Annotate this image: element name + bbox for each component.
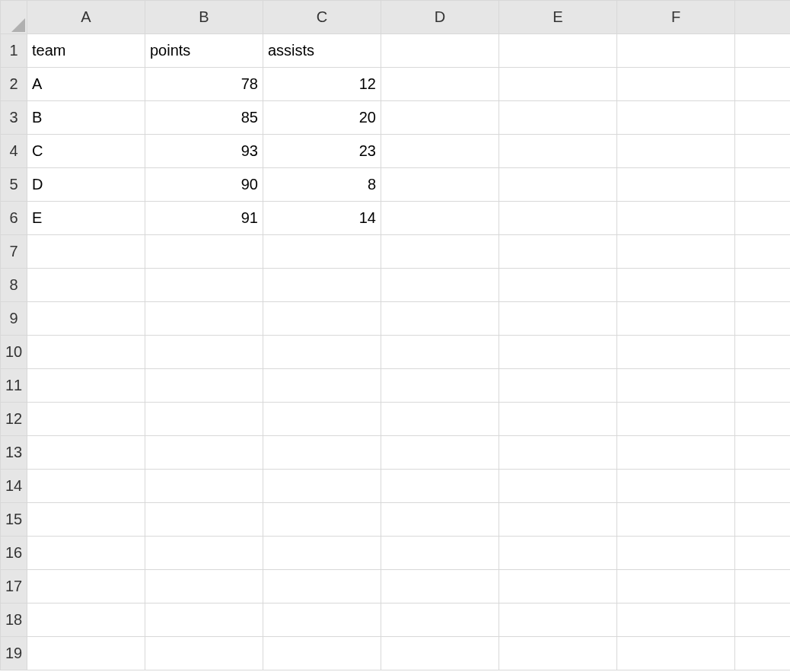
row-header-14[interactable]: 14: [1, 470, 27, 503]
col-header-F[interactable]: F: [617, 1, 735, 34]
cell-F4[interactable]: [617, 135, 735, 168]
cell-B3[interactable]: 85: [145, 101, 263, 135]
cell-G1[interactable]: [735, 34, 791, 68]
cell-E2[interactable]: [499, 68, 617, 101]
cell-E17[interactable]: [499, 570, 617, 604]
cell-D14[interactable]: [381, 470, 499, 503]
cell-F3[interactable]: [617, 101, 735, 135]
cell-C10[interactable]: [263, 336, 381, 369]
cell-C1[interactable]: assists: [263, 34, 381, 68]
row-header-19[interactable]: 19: [1, 637, 27, 670]
row-header-1[interactable]: 1: [1, 34, 27, 68]
cell-G6[interactable]: [735, 202, 791, 235]
row-header-16[interactable]: 16: [1, 537, 27, 570]
row-header-5[interactable]: 5: [1, 168, 27, 202]
cell-G15[interactable]: [735, 503, 791, 537]
row-header-15[interactable]: 15: [1, 503, 27, 537]
cell-F12[interactable]: [617, 403, 735, 436]
cell-F5[interactable]: [617, 168, 735, 202]
cell-G10[interactable]: [735, 336, 791, 369]
cell-B16[interactable]: [145, 537, 263, 570]
cell-E12[interactable]: [499, 403, 617, 436]
cell-F13[interactable]: [617, 436, 735, 470]
cell-D2[interactable]: [381, 68, 499, 101]
cell-D11[interactable]: [381, 369, 499, 403]
cell-C2[interactable]: 12: [263, 68, 381, 101]
cell-F6[interactable]: [617, 202, 735, 235]
col-header-A[interactable]: A: [27, 1, 145, 34]
cell-A8[interactable]: [27, 269, 145, 302]
col-header-D[interactable]: D: [381, 1, 499, 34]
cell-C9[interactable]: [263, 302, 381, 336]
cell-F8[interactable]: [617, 269, 735, 302]
cell-C12[interactable]: [263, 403, 381, 436]
cell-E18[interactable]: [499, 604, 617, 637]
cell-A5[interactable]: D: [27, 168, 145, 202]
row-header-3[interactable]: 3: [1, 101, 27, 135]
cell-D10[interactable]: [381, 336, 499, 369]
cell-F9[interactable]: [617, 302, 735, 336]
cell-E19[interactable]: [499, 637, 617, 670]
cell-A18[interactable]: [27, 604, 145, 637]
cell-A2[interactable]: A: [27, 68, 145, 101]
cell-C15[interactable]: [263, 503, 381, 537]
cell-B15[interactable]: [145, 503, 263, 537]
cell-A3[interactable]: B: [27, 101, 145, 135]
cell-C7[interactable]: [263, 235, 381, 269]
cell-E5[interactable]: [499, 168, 617, 202]
cell-B6[interactable]: 91: [145, 202, 263, 235]
cell-B13[interactable]: [145, 436, 263, 470]
cell-B14[interactable]: [145, 470, 263, 503]
cell-B12[interactable]: [145, 403, 263, 436]
cell-B10[interactable]: [145, 336, 263, 369]
cell-G11[interactable]: [735, 369, 791, 403]
cell-A16[interactable]: [27, 537, 145, 570]
cell-D18[interactable]: [381, 604, 499, 637]
cell-D19[interactable]: [381, 637, 499, 670]
cell-D7[interactable]: [381, 235, 499, 269]
cell-E15[interactable]: [499, 503, 617, 537]
row-header-6[interactable]: 6: [1, 202, 27, 235]
row-header-2[interactable]: 2: [1, 68, 27, 101]
cell-C8[interactable]: [263, 269, 381, 302]
cell-B17[interactable]: [145, 570, 263, 604]
cell-F10[interactable]: [617, 336, 735, 369]
cell-G17[interactable]: [735, 570, 791, 604]
row-header-18[interactable]: 18: [1, 604, 27, 637]
cell-C5[interactable]: 8: [263, 168, 381, 202]
row-header-7[interactable]: 7: [1, 235, 27, 269]
cell-C16[interactable]: [263, 537, 381, 570]
row-header-10[interactable]: 10: [1, 336, 27, 369]
cell-E11[interactable]: [499, 369, 617, 403]
cell-F18[interactable]: [617, 604, 735, 637]
cell-F7[interactable]: [617, 235, 735, 269]
cell-F16[interactable]: [617, 537, 735, 570]
cell-B1[interactable]: points: [145, 34, 263, 68]
cell-B7[interactable]: [145, 235, 263, 269]
cell-G4[interactable]: [735, 135, 791, 168]
cell-D13[interactable]: [381, 436, 499, 470]
row-header-4[interactable]: 4: [1, 135, 27, 168]
cell-D15[interactable]: [381, 503, 499, 537]
cell-A17[interactable]: [27, 570, 145, 604]
cell-G12[interactable]: [735, 403, 791, 436]
cell-C18[interactable]: [263, 604, 381, 637]
cell-D17[interactable]: [381, 570, 499, 604]
select-all-corner[interactable]: [1, 1, 27, 34]
cell-A11[interactable]: [27, 369, 145, 403]
cell-A6[interactable]: E: [27, 202, 145, 235]
row-header-12[interactable]: 12: [1, 403, 27, 436]
cell-A4[interactable]: C: [27, 135, 145, 168]
cell-D16[interactable]: [381, 537, 499, 570]
cell-G14[interactable]: [735, 470, 791, 503]
row-header-8[interactable]: 8: [1, 269, 27, 302]
cell-C6[interactable]: 14: [263, 202, 381, 235]
cell-B18[interactable]: [145, 604, 263, 637]
cell-E13[interactable]: [499, 436, 617, 470]
cell-F1[interactable]: [617, 34, 735, 68]
cell-F2[interactable]: [617, 68, 735, 101]
col-header-E[interactable]: E: [499, 1, 617, 34]
cell-B9[interactable]: [145, 302, 263, 336]
row-header-11[interactable]: 11: [1, 369, 27, 403]
cell-D3[interactable]: [381, 101, 499, 135]
